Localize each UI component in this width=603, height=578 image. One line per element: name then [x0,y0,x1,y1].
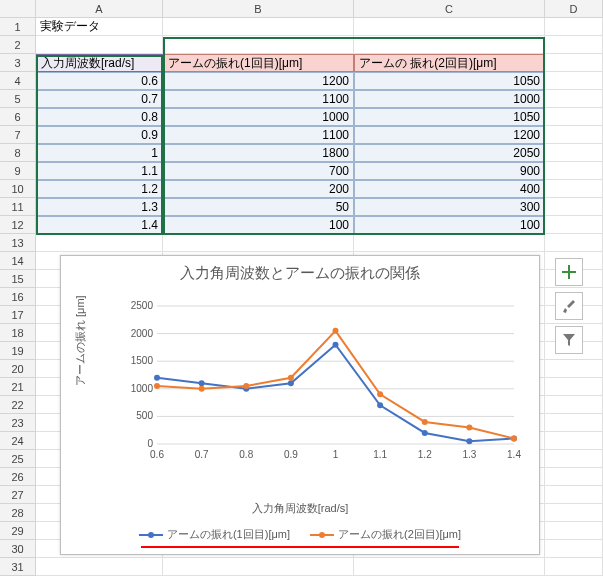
row-header-20[interactable]: 20 [0,360,36,378]
cell-C1[interactable] [354,18,545,36]
cell-D7[interactable] [545,126,603,144]
cell-A5[interactable]: 0.7 [36,90,163,108]
cell-A8[interactable]: 1 [36,144,163,162]
cell-A9[interactable]: 1.1 [36,162,163,180]
row-header-1[interactable]: 1 [0,18,36,36]
cell-D2[interactable] [545,36,603,54]
cell-B31[interactable] [163,558,354,576]
row-header-14[interactable]: 14 [0,252,36,270]
row-header-6[interactable]: 6 [0,108,36,126]
cell-B12[interactable]: 100 [163,216,354,234]
cell-D1[interactable] [545,18,603,36]
cell-C7[interactable]: 1200 [354,126,545,144]
row-header-30[interactable]: 30 [0,540,36,558]
cell-D22[interactable] [545,396,603,414]
row-header-26[interactable]: 26 [0,468,36,486]
cell-D4[interactable] [545,72,603,90]
cell-D29[interactable] [545,522,603,540]
row-header-11[interactable]: 11 [0,198,36,216]
cell-B5[interactable]: 1100 [163,90,354,108]
cell-D13[interactable] [545,234,603,252]
embedded-chart[interactable]: 入力角周波数とアームの振れの関係 アームの振れ [μm] 05001000150… [60,255,540,555]
row-header-27[interactable]: 27 [0,486,36,504]
row-header-19[interactable]: 19 [0,342,36,360]
row-header-16[interactable]: 16 [0,288,36,306]
cell-B6[interactable]: 1000 [163,108,354,126]
row-header-24[interactable]: 24 [0,432,36,450]
cell-B8[interactable]: 1800 [163,144,354,162]
cell-C6[interactable]: 1050 [354,108,545,126]
cell-A10[interactable]: 1.2 [36,180,163,198]
cell-B10[interactable]: 200 [163,180,354,198]
col-header-A[interactable]: A [36,0,163,18]
cell-D3[interactable] [545,54,603,72]
row-header-15[interactable]: 15 [0,270,36,288]
cell-D20[interactable] [545,360,603,378]
cell-A4[interactable]: 0.6 [36,72,163,90]
cell-D10[interactable] [545,180,603,198]
row-header-22[interactable]: 22 [0,396,36,414]
row-header-12[interactable]: 12 [0,216,36,234]
row-header-4[interactable]: 4 [0,72,36,90]
cell-D23[interactable] [545,414,603,432]
cell-C2[interactable] [354,36,545,54]
cell-C10[interactable]: 400 [354,180,545,198]
cell-D11[interactable] [545,198,603,216]
cell-C11[interactable]: 300 [354,198,545,216]
col-header-D[interactable]: D [545,0,603,18]
cell-D27[interactable] [545,486,603,504]
cell-D9[interactable] [545,162,603,180]
cell-C4[interactable]: 1050 [354,72,545,90]
row-header-8[interactable]: 8 [0,144,36,162]
cell-C8[interactable]: 2050 [354,144,545,162]
corner-cell[interactable] [0,0,36,18]
cell-D5[interactable] [545,90,603,108]
cell-B9[interactable]: 700 [163,162,354,180]
cell-B4[interactable]: 1200 [163,72,354,90]
cell-B7[interactable]: 1100 [163,126,354,144]
row-header-17[interactable]: 17 [0,306,36,324]
cell-D30[interactable] [545,540,603,558]
cell-D28[interactable] [545,504,603,522]
cell-D26[interactable] [545,468,603,486]
row-header-5[interactable]: 5 [0,90,36,108]
row-header-25[interactable]: 25 [0,450,36,468]
cell-D24[interactable] [545,432,603,450]
cell-C9[interactable]: 900 [354,162,545,180]
row-header-29[interactable]: 29 [0,522,36,540]
cell-D12[interactable] [545,216,603,234]
cell-A3[interactable]: 入力周波数[rad/s] [36,54,163,72]
row-header-23[interactable]: 23 [0,414,36,432]
cell-D21[interactable] [545,378,603,396]
col-header-B[interactable]: B [163,0,354,18]
cell-A6[interactable]: 0.8 [36,108,163,126]
row-header-28[interactable]: 28 [0,504,36,522]
cell-B2[interactable] [163,36,354,54]
cell-C12[interactable]: 100 [354,216,545,234]
cell-B13[interactable] [163,234,354,252]
cell-A1[interactable]: 実験データ [36,18,163,36]
cell-A7[interactable]: 0.9 [36,126,163,144]
chart-styles-button[interactable] [555,292,583,320]
cell-C3[interactable]: アームの 振れ(2回目)[μm] [354,54,545,72]
row-header-21[interactable]: 21 [0,378,36,396]
cell-A13[interactable] [36,234,163,252]
cell-D31[interactable] [545,558,603,576]
cell-B3[interactable]: アームの振れ(1回目)[μm] [163,54,354,72]
cell-B1[interactable] [163,18,354,36]
row-header-2[interactable]: 2 [0,36,36,54]
col-header-C[interactable]: C [354,0,545,18]
row-header-10[interactable]: 10 [0,180,36,198]
row-header-18[interactable]: 18 [0,324,36,342]
cell-D8[interactable] [545,144,603,162]
cell-B11[interactable]: 50 [163,198,354,216]
cell-A2[interactable] [36,36,163,54]
row-header-3[interactable]: 3 [0,54,36,72]
cell-A12[interactable]: 1.4 [36,216,163,234]
cell-D6[interactable] [545,108,603,126]
row-header-7[interactable]: 7 [0,126,36,144]
cell-C31[interactable] [354,558,545,576]
chart-filters-button[interactable] [555,326,583,354]
row-header-31[interactable]: 31 [0,558,36,576]
cell-C5[interactable]: 1000 [354,90,545,108]
